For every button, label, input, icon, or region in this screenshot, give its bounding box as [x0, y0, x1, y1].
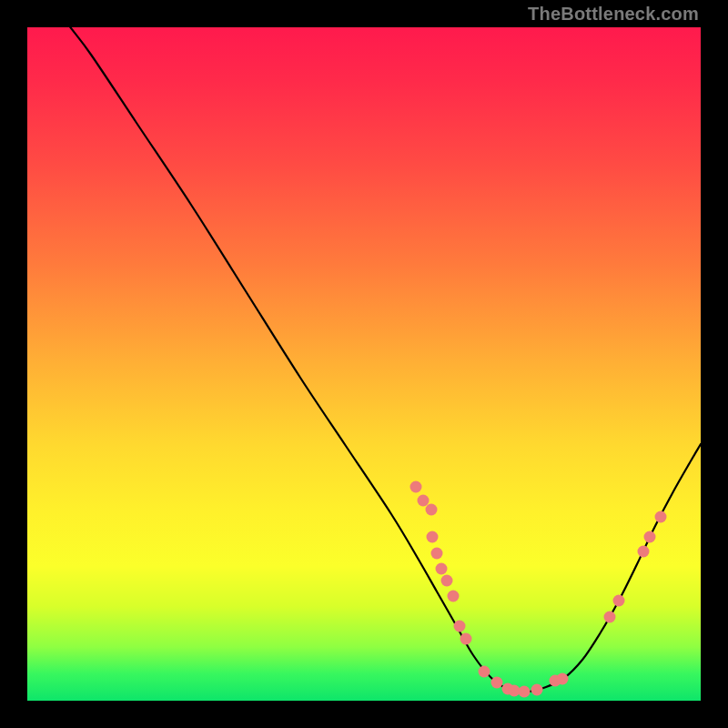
data-marker: [448, 591, 460, 602]
data-marker: [604, 612, 616, 623]
data-marker: [479, 666, 490, 678]
data-marker: [531, 684, 543, 696]
plot-area: [27, 27, 701, 701]
curve-layer: [27, 27, 701, 701]
data-marker: [509, 685, 521, 697]
chart-frame: TheBottleneck.com: [0, 0, 728, 728]
data-marker: [441, 575, 453, 587]
marker-group: [410, 481, 667, 698]
data-marker: [454, 621, 466, 632]
data-marker: [431, 548, 443, 560]
data-marker: [436, 563, 448, 575]
data-marker: [460, 633, 472, 645]
data-marker: [410, 481, 422, 493]
data-marker: [557, 673, 569, 685]
data-marker: [655, 511, 667, 523]
data-marker: [638, 546, 650, 558]
data-marker: [644, 531, 656, 543]
data-marker: [418, 495, 430, 507]
watermark-text: TheBottleneck.com: [528, 4, 699, 25]
data-marker: [426, 504, 438, 516]
data-marker: [491, 677, 503, 689]
bottleneck-curve: [27, 27, 701, 692]
data-marker: [613, 595, 625, 607]
data-marker: [519, 686, 531, 698]
data-marker: [427, 531, 439, 543]
